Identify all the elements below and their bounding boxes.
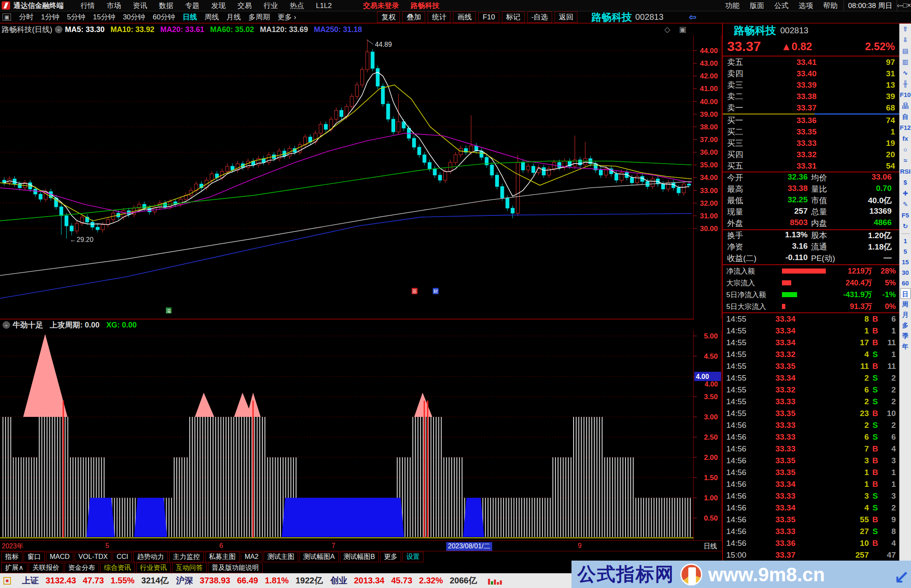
menu-item-发现[interactable]: 发现: [211, 2, 226, 10]
date-label[interactable]: 5: [105, 542, 109, 550]
tick-row[interactable]: 14:5633.336S6: [723, 431, 899, 443]
f5-icon[interactable]: F5: [902, 210, 909, 221]
period-日线[interactable]: 日线: [183, 13, 197, 21]
tab-扩展∧[interactable]: 扩展∧: [1, 563, 27, 573]
tool-button-F10[interactable]: F10: [478, 12, 499, 22]
tab-主力监控[interactable]: 主力监控: [169, 552, 204, 562]
strip-period-周[interactable]: 周: [900, 299, 911, 309]
kline-icon[interactable]: ╫: [903, 78, 908, 89]
tab-私募主图[interactable]: 私募主图: [205, 552, 240, 562]
refresh-icon[interactable]: ↻: [903, 221, 908, 232]
tab-设置[interactable]: 设置: [402, 552, 423, 562]
tick-row[interactable]: 14:5633.3610B4: [723, 537, 899, 549]
minimize-button[interactable]: –: [899, 2, 903, 9]
tick-row[interactable]: 14:5633.353B3: [723, 455, 899, 467]
period-5分钟[interactable]: 5分钟: [67, 13, 85, 21]
strip-period-1[interactable]: 1: [900, 236, 911, 246]
date-label[interactable]: 6: [219, 542, 223, 550]
menu-item-功能[interactable]: 功能: [725, 1, 740, 11]
strip-period-多[interactable]: 多: [900, 320, 911, 330]
scroll-up-icon[interactable]: ⇧: [903, 24, 908, 35]
tick-row[interactable]: 14:5633.3327S8: [723, 526, 899, 537]
restore-button[interactable]: □: [903, 2, 907, 9]
menu-item-数据[interactable]: 数据: [159, 2, 173, 10]
tab-关联报价[interactable]: 关联报价: [29, 563, 63, 573]
menu-item-交易[interactable]: 交易: [237, 2, 252, 10]
date-label[interactable]: 2023/08/01/二: [446, 542, 492, 551]
tab-测试幅图A[interactable]: 测试幅图A: [299, 552, 339, 562]
tool-button-返回[interactable]: 返回: [555, 11, 577, 23]
period-1分钟[interactable]: 1分钟: [41, 13, 59, 21]
tool-button-标记[interactable]: 标记: [502, 11, 525, 23]
self-select-icon[interactable]: 自: [902, 111, 908, 122]
market-icon[interactable]: [3, 577, 11, 585]
structure-icon[interactable]: 品: [902, 100, 908, 111]
strip-period-季[interactable]: 季: [900, 330, 911, 341]
tool-button-叠加[interactable]: 叠加: [402, 11, 425, 23]
strip-period-月[interactable]: 月: [900, 309, 911, 320]
date-label[interactable]: 9: [578, 542, 582, 550]
chevron-down-icon[interactable]: ⌄: [55, 26, 62, 33]
strip-period-60[interactable]: 60: [900, 278, 911, 288]
menu-item-行业[interactable]: 行业: [264, 2, 278, 10]
menu-item-公式[interactable]: 公式: [774, 1, 789, 11]
period-60分钟[interactable]: 60分钟: [153, 13, 175, 21]
tab-VOL-TDX[interactable]: VOL-TDX: [75, 552, 111, 561]
trend-line-icon[interactable]: ∿: [903, 67, 908, 78]
period-多周期[interactable]: 多周期: [248, 13, 270, 21]
tab-CCI[interactable]: CCI: [113, 552, 132, 561]
tab-窗口[interactable]: 窗口: [24, 552, 45, 562]
scroll-down-icon[interactable]: ⇩: [903, 35, 908, 46]
tick-row[interactable]: 14:5533.326S2: [723, 384, 899, 396]
circle-icon[interactable]: ○: [903, 144, 907, 155]
tab-更多[interactable]: 更多: [380, 552, 401, 562]
indicator-chart[interactable]: 5.004.504.004.003.503.002.502.001.501.00…: [0, 330, 722, 540]
date-label[interactable]: 日线: [703, 542, 717, 551]
draw-icon[interactable]: ✎: [903, 199, 908, 210]
tick-row[interactable]: 14:5533.3511B11: [723, 360, 899, 372]
period-月线[interactable]: 月线: [226, 13, 241, 21]
tab-测试幅图B[interactable]: 测试幅图B: [340, 552, 379, 562]
tick-row[interactable]: 14:5533.342S2: [723, 372, 899, 384]
tick-row[interactable]: 14:5533.332S2: [723, 396, 899, 408]
back-arrow-icon[interactable]: ⇦: [689, 12, 696, 23]
tick-row[interactable]: 14:5533.341B1: [723, 325, 899, 337]
wave-icon[interactable]: ≈: [903, 155, 907, 166]
menu-item-帮助[interactable]: 帮助: [823, 1, 838, 11]
tool-button--自选[interactable]: -自选: [527, 11, 553, 23]
tick-row[interactable]: 14:5533.324S1: [723, 349, 899, 360]
report-icon[interactable]: ▤: [902, 46, 908, 56]
tick-row[interactable]: 14:5633.344S2: [723, 502, 899, 514]
tool-button-统计[interactable]: 统计: [428, 11, 450, 23]
formula-icon[interactable]: fx: [903, 133, 908, 144]
quote-table-icon[interactable]: ▥: [902, 56, 908, 67]
period-30分钟[interactable]: 30分钟: [123, 13, 145, 21]
tick-row[interactable]: 14:5633.3555B9: [723, 514, 899, 526]
f10-icon[interactable]: F10: [900, 89, 911, 100]
menu-item-热点[interactable]: 热点: [290, 2, 304, 10]
period-15分钟[interactable]: 15分钟: [93, 13, 115, 21]
tick-row[interactable]: 14:5533.348B6: [723, 313, 899, 325]
strip-period-30[interactable]: 30: [900, 267, 911, 278]
chevron-down-icon[interactable]: ⌄: [3, 321, 10, 329]
tick-row[interactable]: 14:5633.332S2: [723, 419, 899, 431]
tick-list[interactable]: 14:5533.348B614:5533.341B114:5533.3417B1…: [723, 312, 899, 561]
date-label[interactable]: 2023年: [2, 542, 24, 551]
tab-趋势动力[interactable]: 趋势动力: [133, 552, 168, 562]
candlestick-chart[interactable]: 30.0031.0032.0033.0034.0035.0036.0037.00…: [0, 35, 722, 319]
move-icon[interactable]: ✚: [903, 188, 908, 199]
tab-互动问答[interactable]: 互动问答: [172, 563, 207, 573]
date-axis[interactable]: 2023年5672023/08/01/二9日线: [0, 540, 722, 551]
chart-corner-icons[interactable]: ◇ ▣: [664, 25, 690, 34]
money-icon[interactable]: $: [903, 177, 907, 188]
tab-MA2[interactable]: MA2: [241, 552, 262, 561]
tick-row[interactable]: 15:0033.3725747: [723, 549, 899, 561]
tab-行业资讯[interactable]: 行业资讯: [136, 563, 171, 573]
period-周线[interactable]: 周线: [205, 13, 219, 21]
window-icon[interactable]: ▣: [3, 13, 11, 21]
tool-button-画线[interactable]: 画线: [453, 11, 476, 23]
corner-arrow-icon[interactable]: ↙: [894, 567, 909, 588]
rsi-icon[interactable]: RSI: [900, 166, 911, 177]
tab-指标[interactable]: 指标: [1, 552, 22, 562]
tab-资金分布[interactable]: 资金分布: [65, 563, 99, 573]
